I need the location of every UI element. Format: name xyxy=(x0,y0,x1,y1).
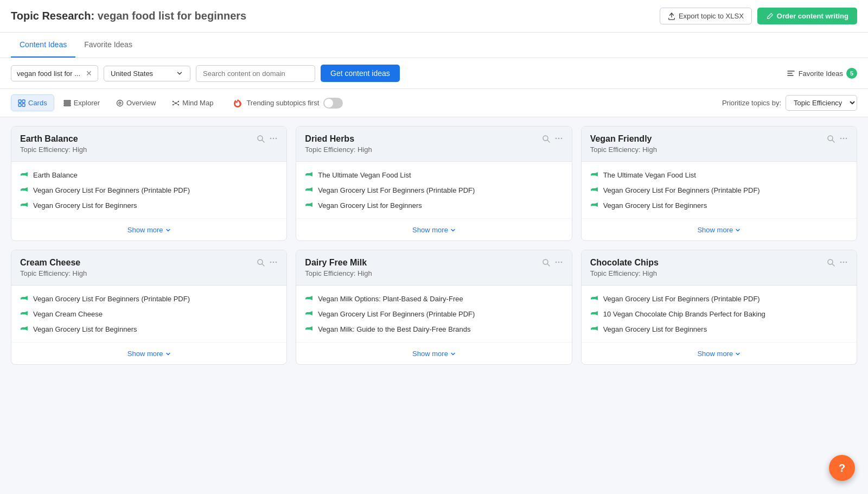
view-cards-button[interactable]: Cards xyxy=(11,94,54,111)
cards-grid: Earth Balance Topic Efficiency: High Ear… xyxy=(0,117,868,373)
megaphone-icon xyxy=(20,294,29,303)
card-list-item: Vegan Grocery List For Beginners (Printa… xyxy=(305,309,563,318)
card-card-3: Vegan Friendly Topic Efficiency: High Th… xyxy=(581,126,857,241)
megaphone-icon xyxy=(590,201,599,210)
show-more: Show more xyxy=(296,218,571,240)
card-search-button[interactable] xyxy=(542,135,550,145)
megaphone-icon xyxy=(590,186,599,194)
card-more-button[interactable] xyxy=(269,258,278,269)
card-title: Earth Balance xyxy=(20,134,257,144)
more-icon xyxy=(269,258,278,267)
domain-search-input[interactable] xyxy=(196,65,315,82)
trending-toggle-switch[interactable] xyxy=(323,98,343,109)
card-list-item: Earth Balance xyxy=(20,170,278,179)
svg-point-35 xyxy=(270,262,272,263)
order-content-button[interactable]: Order content writing xyxy=(757,8,857,24)
svg-point-47 xyxy=(846,262,847,263)
show-more-link[interactable]: Show more xyxy=(412,226,456,234)
card-header-icons xyxy=(257,134,278,145)
card-body: Vegan Grocery List For Beginners (Printa… xyxy=(11,286,286,342)
show-more-link[interactable]: Show more xyxy=(412,350,456,358)
svg-rect-0 xyxy=(18,100,21,103)
megaphone-icon xyxy=(590,309,599,318)
view-overview-button[interactable]: Overview xyxy=(109,94,163,111)
view-mindmap-button[interactable]: Mind Map xyxy=(165,94,220,111)
more-icon xyxy=(269,134,278,143)
card-more-button[interactable] xyxy=(839,134,848,145)
card-header: Earth Balance Topic Efficiency: High xyxy=(11,126,286,162)
chevron-down-small-icon xyxy=(450,351,456,357)
svg-point-26 xyxy=(558,138,559,140)
svg-line-17 xyxy=(176,103,178,105)
show-more: Show more xyxy=(582,342,857,364)
search-icon xyxy=(542,135,550,143)
show-more: Show more xyxy=(582,218,857,240)
card-more-button[interactable] xyxy=(839,258,848,269)
more-icon xyxy=(554,134,563,143)
card-header-left: Dried Herbs Topic Efficiency: High xyxy=(305,134,541,154)
megaphone-icon xyxy=(305,309,314,318)
card-more-button[interactable] xyxy=(554,258,563,269)
chevron-down-small-icon xyxy=(735,351,741,357)
search-icon xyxy=(827,135,835,143)
svg-line-19 xyxy=(262,140,264,142)
megaphone-icon xyxy=(305,201,314,210)
prioritize-label: Prioritize topics by: xyxy=(722,99,781,107)
card-search-button[interactable] xyxy=(542,258,550,269)
card-header-icons xyxy=(542,134,563,145)
card-body: Earth Balance Vegan Grocery List For Beg… xyxy=(11,162,286,218)
card-search-button[interactable] xyxy=(257,258,265,269)
tab-favorite-ideas[interactable]: Favorite Ideas xyxy=(75,33,141,58)
card-title: Vegan Friendly xyxy=(590,134,827,144)
card-title: Dried Herbs xyxy=(305,134,541,144)
svg-point-31 xyxy=(843,138,845,140)
favorite-count-badge: 5 xyxy=(846,68,857,79)
show-more-link[interactable]: Show more xyxy=(697,226,741,234)
cards-icon xyxy=(18,99,25,107)
svg-line-29 xyxy=(832,140,834,142)
megaphone-icon xyxy=(305,294,314,303)
card-list-item: Vegan Grocery List For Beginners (Printa… xyxy=(590,186,848,194)
card-efficiency: Topic Efficiency: High xyxy=(590,145,827,154)
svg-point-46 xyxy=(843,262,845,263)
card-efficiency: Topic Efficiency: High xyxy=(20,145,257,154)
megaphone-icon xyxy=(305,325,314,333)
card-title: Chocolate Chips xyxy=(590,258,827,268)
chevron-down-small-icon xyxy=(165,351,171,357)
tab-content-ideas[interactable]: Content Ideas xyxy=(11,33,75,58)
card-search-button[interactable] xyxy=(827,258,835,269)
country-selector[interactable]: United States xyxy=(104,66,190,81)
show-more-link[interactable]: Show more xyxy=(697,350,741,358)
view-explorer-button[interactable]: Explorer xyxy=(56,94,107,111)
favorite-ideas-button[interactable]: Favorite Ideas 5 xyxy=(787,68,857,79)
card-list-item: Vegan Milk: Guide to the Best Dairy-Free… xyxy=(305,325,563,333)
get-ideas-button[interactable]: Get content ideas xyxy=(321,65,400,82)
trending-toggle: Trending subtopics first xyxy=(233,98,343,109)
svg-line-34 xyxy=(262,264,264,266)
priority-select[interactable]: Topic Efficiency Volume Trending xyxy=(786,95,857,111)
show-more: Show more xyxy=(11,342,286,364)
topic-chip-close[interactable]: ✕ xyxy=(86,69,92,78)
svg-rect-5 xyxy=(64,103,71,104)
topic-chip[interactable]: vegan food list for ... ✕ xyxy=(11,65,98,81)
svg-point-40 xyxy=(555,262,557,263)
show-more-link[interactable]: Show more xyxy=(127,350,171,358)
card-list-item: Vegan Milk Options: Plant-Based & Dairy-… xyxy=(305,294,563,303)
card-search-button[interactable] xyxy=(257,135,265,145)
priority-controls: Prioritize topics by: Topic Efficiency V… xyxy=(722,95,857,111)
svg-point-25 xyxy=(555,138,557,140)
svg-point-7 xyxy=(117,100,123,106)
chevron-down-icon xyxy=(176,69,183,77)
megaphone-icon xyxy=(20,170,29,179)
show-more-link[interactable]: Show more xyxy=(127,226,171,234)
export-button[interactable]: Export topic to XLSX xyxy=(660,8,752,24)
card-search-button[interactable] xyxy=(827,135,835,145)
mindmap-icon xyxy=(172,99,180,107)
export-icon xyxy=(668,12,675,20)
card-list-item: Vegan Grocery List for Beginners xyxy=(590,201,848,210)
card-header: Cream Cheese Topic Efficiency: High xyxy=(11,250,286,286)
card-more-button[interactable] xyxy=(554,134,563,145)
card-header-left: Dairy Free Milk Topic Efficiency: High xyxy=(305,258,541,277)
megaphone-icon xyxy=(305,170,314,179)
card-more-button[interactable] xyxy=(269,134,278,145)
